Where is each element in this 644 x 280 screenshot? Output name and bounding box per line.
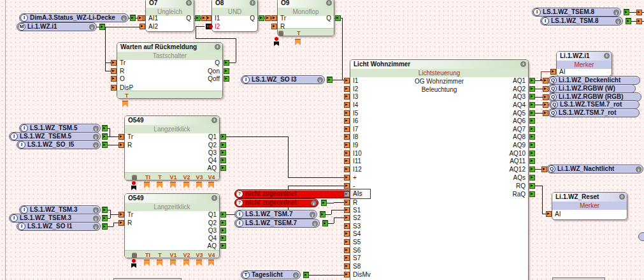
- output-connector-LZ2-Q3[interactable]: [220, 228, 226, 233]
- output-connector-TS-Qon[interactable]: [224, 68, 229, 74]
- output-connector[interactable]: [130, 15, 136, 21]
- info-icon[interactable]: [89, 24, 95, 30]
- block-O8[interactable]: O8UNDI1I2Q: [211, 0, 258, 32]
- pinned-value-flag[interactable]: [131, 186, 136, 190]
- info-icon[interactable]: [615, 18, 621, 24]
- io-reference-tag[interactable]: ILS.1.WZ_SO I1: [17, 222, 101, 231]
- output-connector-LS-AQ11[interactable]: [529, 158, 535, 164]
- input-connector-LS-I11[interactable]: [344, 158, 350, 164]
- io-reference-tag[interactable]: QLi.1.WZ_Nachtlicht: [547, 165, 643, 173]
- io-reference-tag[interactable]: IDimA.3.Status_WZ-Li-Decke: [19, 13, 129, 22]
- input-connector-LS-I1[interactable]: [344, 78, 350, 84]
- output-connector-LS-RQ[interactable]: [529, 183, 535, 189]
- input-connector[interactable]: [541, 166, 547, 172]
- io-reference-tag[interactable]: QLi.1.WZ.RGBW (W): [548, 84, 636, 93]
- info-icon[interactable]: [520, 61, 526, 67]
- output-connector-LS-AQ9[interactable]: [529, 142, 535, 148]
- output-connector[interactable]: [102, 216, 108, 221]
- info-icon[interactable]: [93, 126, 99, 131]
- info-icon[interactable]: [317, 77, 323, 83]
- output-connector[interactable]: [102, 134, 108, 140]
- io-reference-tag[interactable]: ILS.1.WZ_TSEM.8: [532, 8, 621, 17]
- output-connector-LZ1-Q1[interactable]: [220, 134, 226, 140]
- io-reference-tag[interactable]: QLS.1.WZ.TSM.7_rot: [548, 108, 640, 117]
- io-reference-tag[interactable]: ILS.1.WZ_TSEM.5: [9, 132, 101, 141]
- input-connector-LS-S8[interactable]: [344, 263, 350, 269]
- parameter-connector-flag[interactable]: [183, 260, 189, 266]
- parameter-label[interactable]: T: [158, 252, 162, 258]
- input-connector-LS-S7[interactable]: [344, 255, 350, 261]
- output-connector-LS-AQ8[interactable]: [529, 134, 535, 140]
- parameter-label[interactable]: V2: [183, 252, 190, 258]
- output-connector-TS-Qoff[interactable]: [224, 76, 229, 82]
- output-connector[interactable]: [626, 18, 631, 24]
- output-connector-LZ1-Q4[interactable]: [220, 158, 226, 163]
- block-TS[interactable]: Warten auf RückmeldungTastschalterTTrROD…: [117, 42, 223, 99]
- parameter-connector-flag[interactable]: [144, 182, 150, 188]
- output-connector-LS-AQ5[interactable]: [529, 110, 535, 116]
- pinned-value-flag[interactable]: [131, 263, 136, 268]
- info-icon[interactable]: [215, 44, 220, 50]
- input-connector[interactable]: [636, 10, 642, 15]
- output-connector-LS-AQ3[interactable]: [529, 94, 535, 99]
- parameter-label[interactable]: V4: [208, 174, 215, 181]
- info-icon[interactable]: [186, 0, 192, 6]
- input-connector[interactable]: [543, 94, 548, 100]
- output-connector-LZ2-AQ[interactable]: [220, 243, 226, 249]
- wiring-diagram-canvas[interactable]: O7UngleichAI1AI2QO8UNDI1I2QO9MonoflopTTr…: [0, 0, 644, 280]
- info-icon[interactable]: [211, 117, 217, 123]
- block-LS[interactable]: Licht WohnzimmerLichtsteuerungOG Wohnzim…: [350, 59, 529, 280]
- input-connector-MK2-AI[interactable]: [546, 211, 552, 217]
- input-connector-LZ2-R[interactable]: [118, 220, 124, 226]
- io-reference-tag[interactable]: TTageslicht: [241, 270, 301, 279]
- io-reference-tag[interactable]: MLi.1.WZ.i1: [17, 22, 97, 31]
- info-icon[interactable]: [619, 194, 625, 200]
- parameter-connector-flag[interactable]: [157, 260, 162, 266]
- input-connector-LS-I2[interactable]: [344, 86, 350, 92]
- parameter-connector-flag[interactable]: [208, 182, 214, 188]
- output-connector-LS-AQ10[interactable]: [529, 151, 535, 156]
- input-connector-LS-I6[interactable]: [344, 118, 350, 124]
- input-connector-LS-S2[interactable]: [344, 215, 350, 221]
- output-connector-O9-Q[interactable]: [335, 15, 341, 21]
- input-connector-LS-S1[interactable]: [344, 207, 350, 213]
- output-connector[interactable]: [303, 272, 309, 278]
- input-connector-MK1-AI[interactable]: [550, 69, 556, 75]
- input-connector-O9-Tr[interactable]: [271, 15, 277, 21]
- block-LZ1[interactable]: O549LangzeitklickTITV1V2V3V4TrRQ1Q2Q3Q4A…: [124, 115, 220, 181]
- output-connector[interactable]: [322, 221, 328, 226]
- input-connector-LS-I7[interactable]: [344, 126, 350, 132]
- output-connector-LS-AQ1[interactable]: [529, 78, 535, 84]
- io-reference-tag[interactable]: ILS.1.WZ_TSEM.7: [234, 219, 320, 228]
- output-connector-LS-AQ7[interactable]: [529, 126, 535, 132]
- selection-box[interactable]: AIs: [350, 189, 371, 199]
- input-connector-LS-+[interactable]: [344, 175, 350, 181]
- parameter-connector-flag[interactable]: [196, 260, 202, 266]
- block-LZ2[interactable]: O549LangzeitklickTITV1V2V3V4TrRQ1Q2Q3Q4A…: [124, 193, 220, 258]
- block-O9[interactable]: O9MonoflopTTrRQ: [277, 0, 334, 36]
- input-connector-LS-I5[interactable]: [344, 110, 350, 116]
- parameter-connector-flag[interactable]: [170, 260, 176, 266]
- parameter-label[interactable]: V2: [183, 174, 190, 181]
- input-connector-LZ1-Tr[interactable]: [118, 134, 124, 140]
- io-reference-tag[interactable]: QLi.1.WZ_Deckenlicht: [548, 76, 640, 85]
- output-connector-LZ2-Q4[interactable]: [220, 235, 226, 241]
- info-icon[interactable]: [310, 212, 315, 217]
- output-connector-LZ2-Q1[interactable]: [220, 212, 226, 217]
- output-connector-LS-RaQ[interactable]: [529, 191, 535, 197]
- io-reference-tag[interactable]: ILS.1.WZ_TSEM.3: [9, 214, 101, 223]
- input-connector[interactable]: [543, 110, 548, 116]
- output-connector[interactable]: [102, 224, 108, 230]
- info-icon[interactable]: [121, 15, 127, 21]
- input-connector-LS-R[interactable]: [344, 200, 350, 205]
- io-reference-tag[interactable]: ILS.1.WZ_SO_I5: [17, 140, 101, 149]
- pinned-value-flag[interactable]: [274, 41, 279, 46]
- parameter-label[interactable]: T: [158, 174, 162, 181]
- output-connector-LS-AQs[interactable]: [529, 175, 535, 181]
- output-connector[interactable]: [102, 207, 108, 213]
- hand-icon[interactable]: [132, 175, 137, 180]
- info-icon[interactable]: [613, 10, 619, 15]
- output-connector-LS-AQ2[interactable]: [529, 86, 535, 92]
- info-icon[interactable]: [326, 0, 332, 6]
- parameter-connector-flag[interactable]: [295, 39, 301, 45]
